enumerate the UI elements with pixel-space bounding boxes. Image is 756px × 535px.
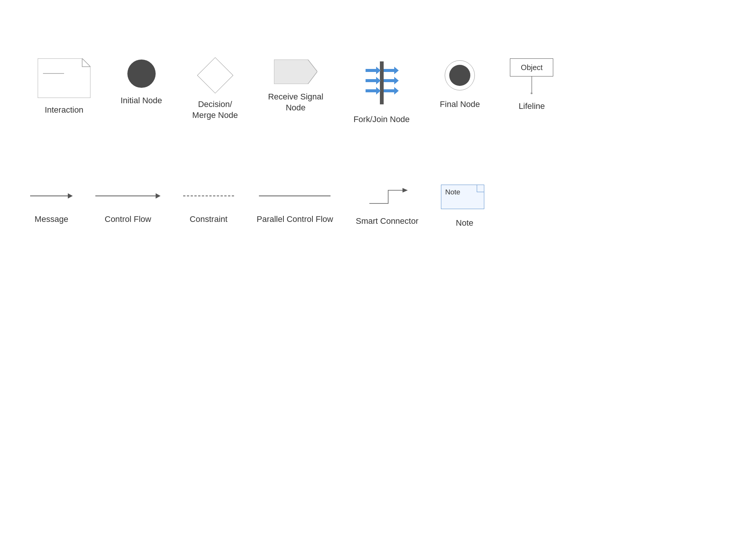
svg-marker-2 [274,60,317,84]
decision-merge-label: Decision/Merge Node [192,99,238,121]
lifeline-box: Object [510,58,553,76]
svg-marker-8 [384,77,399,84]
control-flow-label: Control Flow [105,214,151,225]
note-label: Note [456,218,473,229]
svg-rect-3 [380,61,384,104]
interaction-shape [38,58,90,98]
final-node-outer [445,60,475,90]
decision-shape [197,57,233,93]
receive-signal-shape [274,60,317,84]
lifeline-line [531,76,532,92]
svg-marker-0 [38,58,90,98]
svg-marker-10 [402,188,408,193]
decision-merge-item: Decision/Merge Node [192,58,238,121]
message-line [30,196,68,196]
constraint-label: Constraint [190,214,227,225]
control-flow-item: Control Flow [95,185,161,225]
svg-marker-6 [366,87,381,95]
message-item: Message [30,185,73,225]
note-shape: Note [441,185,484,209]
lifeline-item: Object Lifeline [510,58,553,112]
note-item: Note Note [441,185,488,229]
smart-connector-item: Smart Connector [356,185,418,227]
svg-marker-7 [384,67,399,74]
note-box-label: Note [445,188,460,196]
fork-join-shape [357,58,406,107]
smart-connector-label: Smart Connector [356,216,418,227]
message-arrow-head [68,193,73,199]
decision-wrapper [198,58,232,92]
receive-signal-item: Receive SignalNode [268,58,323,113]
constraint-item: Constraint [183,185,234,225]
initial-node-shape [127,60,156,88]
final-node-item: Final Node [440,58,480,110]
interaction-item: Interaction [38,58,90,116]
shapes-row: Interaction Initial Node Decision/Merge … [38,58,553,125]
lifeline-label: Lifeline [519,101,545,112]
lifeline-box-label: Object [521,63,543,72]
control-flow-arrow-head [156,193,161,199]
fork-join-item: Fork/Join Node [354,58,410,125]
final-node-label: Final Node [440,99,480,110]
initial-node-label: Initial Node [121,95,162,106]
svg-marker-9 [384,87,399,95]
connectors-row: Message Control Flow Constraint Parallel… [30,185,488,229]
message-label: Message [35,214,68,225]
parallel-flow-label: Parallel Control Flow [257,214,333,225]
lifeline-dot [531,92,533,94]
constraint-line [183,196,234,196]
lifeline-wrapper: Object [510,58,553,94]
interaction-label: Interaction [45,105,84,116]
smart-connector-shape [366,185,409,209]
parallel-flow-item: Parallel Control Flow [257,185,333,225]
final-node-inner [449,65,470,86]
receive-signal-label: Receive SignalNode [268,92,323,113]
svg-marker-5 [366,77,381,84]
fork-join-label: Fork/Join Node [354,114,410,125]
parallel-flow-line [259,196,331,196]
canvas: Interaction Initial Node Decision/Merge … [0,0,756,535]
control-flow-line [95,196,156,196]
svg-marker-4 [366,67,381,74]
initial-node-item: Initial Node [121,58,162,106]
